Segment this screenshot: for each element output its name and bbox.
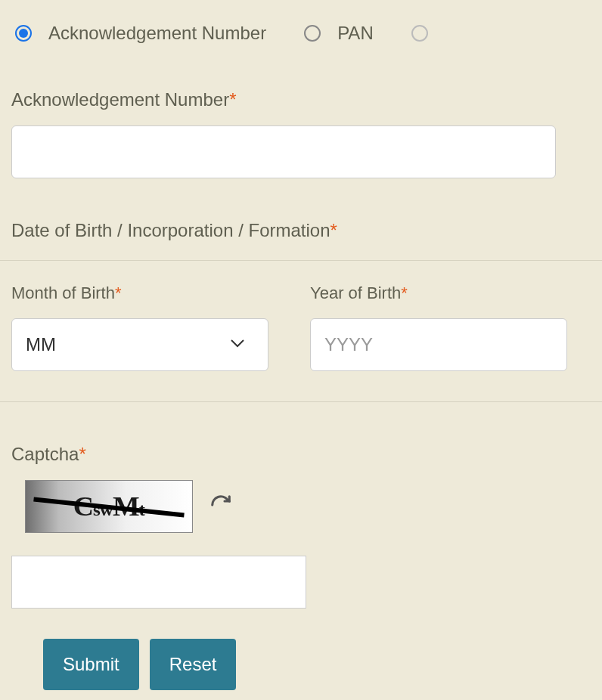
month-select[interactable]: MM: [11, 318, 268, 371]
year-of-birth-label: Year of Birth*: [310, 283, 567, 303]
dob-label: Date of Birth / Incorporation / Formatio…: [11, 220, 591, 241]
search-mode-radio-group: Acknowledgement Number PAN: [11, 23, 591, 44]
radio-pan[interactable]: PAN: [304, 23, 374, 44]
radio-third-option[interactable]: [411, 25, 445, 42]
month-of-birth-label: Month of Birth*: [11, 283, 268, 303]
captcha-image: CSwMT: [25, 480, 193, 533]
reset-button[interactable]: Reset: [150, 639, 237, 690]
radio-icon: [15, 25, 32, 42]
submit-button[interactable]: Submit: [43, 639, 139, 690]
captcha-label: Captcha*: [11, 444, 591, 465]
ack-number-input[interactable]: [11, 125, 556, 178]
radio-icon: [411, 25, 428, 42]
radio-acknowledgement-number[interactable]: Acknowledgement Number: [15, 23, 266, 44]
radio-label: PAN: [337, 23, 374, 44]
dob-section: Month of Birth* MM Year of Birth*: [0, 260, 602, 402]
captcha-input[interactable]: [11, 556, 306, 609]
refresh-icon[interactable]: [209, 494, 232, 519]
ack-number-label: Acknowledgement Number*: [11, 89, 591, 110]
year-input[interactable]: [310, 318, 567, 371]
radio-icon: [304, 25, 321, 42]
radio-label: Acknowledgement Number: [48, 23, 266, 44]
